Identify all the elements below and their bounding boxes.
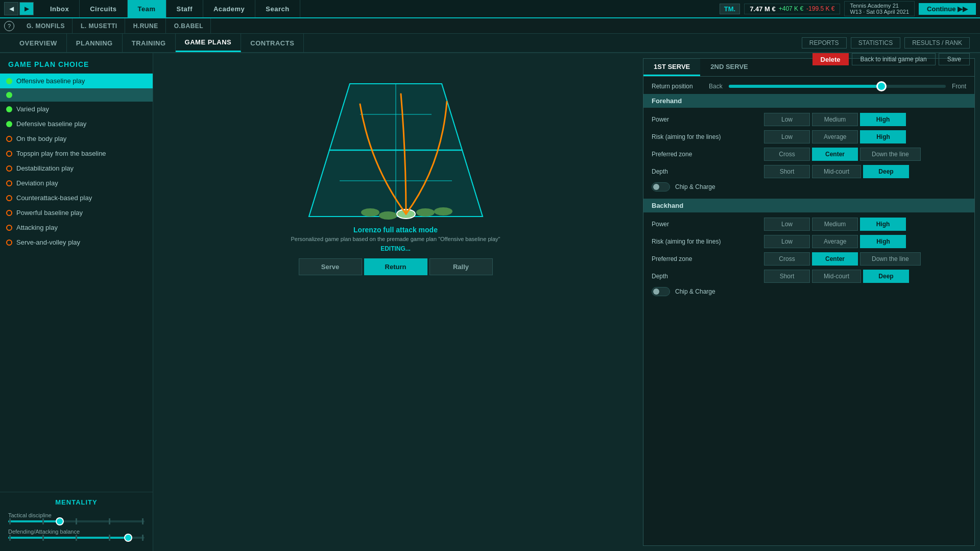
nav-search[interactable]: Search — [255, 0, 300, 17]
top-right-info: TM. 7.47 M € +407 K € -199.5 K € Tennis … — [720, 1, 976, 16]
results-rank-button[interactable]: RESULTS / RANK — [904, 37, 970, 49]
backhand-depth-deep[interactable]: Deep — [863, 270, 909, 283]
forehand-power-medium[interactable]: Medium — [812, 113, 858, 126]
backhand-power-label: Power — [652, 221, 764, 228]
dot-green-defensive — [6, 121, 12, 127]
defending-attacking-track[interactable] — [8, 537, 145, 539]
forward-arrow[interactable]: ▶ — [19, 2, 34, 15]
forehand-risk-low[interactable]: Low — [764, 130, 810, 143]
game-plan-label-serve-volley: Serve-and-volley play — [16, 238, 80, 246]
forehand-zone-down-line[interactable]: Down the line — [860, 148, 921, 161]
game-plan-item-offensive[interactable]: Offensive baseline play — [0, 74, 153, 88]
academy-name: Tennis Academy 21 — [850, 3, 909, 9]
player-tab-monfils[interactable]: G. MONFILS — [19, 18, 73, 33]
forehand-power-row: Power Low Medium High — [652, 113, 966, 126]
forehand-depth-midcourt[interactable]: Mid-court — [812, 165, 861, 178]
backhand-power-medium[interactable]: Medium — [812, 218, 858, 231]
backhand-zone-center[interactable]: Center — [812, 252, 858, 266]
serve-tab-first[interactable]: 1ST SERVE — [643, 59, 700, 76]
player-tab-musetti[interactable]: L. MUSETTI — [74, 18, 125, 33]
serve-tab-second[interactable]: 2ND SERVE — [700, 59, 758, 76]
nav-team[interactable]: Team — [128, 0, 166, 17]
back-arrow[interactable]: ◀ — [4, 2, 18, 15]
right-panel: 1ST SERVE 2ND SERVE Return position Back… — [643, 58, 975, 546]
backhand-power-btns: Low Medium High — [764, 218, 906, 231]
forehand-chip-charge-toggle[interactable] — [652, 182, 670, 191]
player-tab-babel[interactable]: O.BABEL — [167, 18, 211, 33]
sub-nav-contracts[interactable]: CONTRACTS — [241, 34, 304, 52]
reset-button[interactable]: Back to initial game plan — [852, 53, 936, 65]
help-icon[interactable]: ? — [4, 21, 14, 31]
delete-button[interactable]: Delete — [812, 53, 849, 65]
forehand-zone-center[interactable]: Center — [812, 148, 858, 161]
forehand-risk-average[interactable]: Average — [812, 130, 858, 143]
money-pos: +407 K € — [779, 5, 803, 12]
backhand-zone-btns: Cross Center Down the line — [764, 252, 921, 266]
forehand-depth-deep[interactable]: Deep — [863, 165, 909, 178]
forehand-power-low[interactable]: Low — [764, 113, 810, 126]
tactical-discipline-track[interactable] — [8, 520, 145, 522]
serve-mode-button[interactable]: Serve — [299, 258, 362, 275]
return-slider-handle[interactable] — [876, 81, 887, 91]
backhand-depth-short[interactable]: Short — [764, 270, 810, 283]
game-plan-item-counter[interactable]: Counterattack-based play — [0, 190, 153, 205]
forehand-chip-charge-row: Chip & Charge — [652, 182, 966, 191]
backhand-zone-cross[interactable]: Cross — [764, 252, 810, 266]
main-content: GAME PLAN CHOICE Delete Back to initial … — [0, 53, 980, 551]
forehand-zone-cross[interactable]: Cross — [764, 148, 810, 161]
backhand-power-low[interactable]: Low — [764, 218, 810, 231]
game-plan-label-destab: Destabilization play — [16, 164, 74, 172]
forehand-chip-charge-knob — [653, 184, 659, 190]
game-plan-item-attacking[interactable]: Attacking play — [0, 220, 153, 235]
nav-inbox[interactable]: Inbox — [40, 0, 80, 17]
rally-mode-button[interactable]: Rally — [429, 258, 493, 275]
sub-nav-left: OVERVIEW PLANNING TRAINING GAME PLANS CO… — [10, 34, 304, 52]
dot-orange-serve-volley — [6, 239, 12, 246]
game-plan-item-destab[interactable]: Destabilization play — [0, 161, 153, 176]
backhand-zone-down-line[interactable]: Down the line — [860, 252, 921, 266]
forehand-risk-row: Risk (aiming for the lines) Low Average … — [652, 130, 966, 143]
forehand-power-high[interactable]: High — [860, 113, 906, 126]
game-plan-item-defensive[interactable]: Defensive baseline play — [0, 116, 153, 131]
nav-staff[interactable]: Staff — [166, 0, 203, 17]
dot-green-offensive — [6, 78, 12, 84]
game-plan-item-serve-volley[interactable]: Serve-and-volley play — [0, 235, 153, 250]
save-button[interactable]: Save — [939, 53, 970, 65]
forehand-risk-high[interactable]: High — [860, 130, 906, 143]
backhand-chip-charge-toggle[interactable] — [652, 287, 670, 296]
game-plan-item-deviation[interactable]: Deviation play — [0, 176, 153, 190]
sub-nav-planning[interactable]: PLANNING — [67, 34, 123, 52]
forehand-depth-short[interactable]: Short — [764, 165, 810, 178]
dot-orange-attacking — [6, 225, 12, 231]
game-plan-label-topspin: Topspin play from the baseline — [16, 150, 106, 157]
game-plan-item-powerful[interactable]: Powerful baseline play — [0, 205, 153, 220]
tactical-discipline-handle[interactable] — [56, 517, 64, 525]
nav-academy[interactable]: Academy — [203, 0, 255, 17]
return-mode-button[interactable]: Return — [364, 258, 427, 275]
backhand-power-high[interactable]: High — [860, 218, 906, 231]
sub-nav: OVERVIEW PLANNING TRAINING GAME PLANS CO… — [0, 34, 980, 53]
backhand-risk-average[interactable]: Average — [812, 235, 858, 248]
game-plan-item-body[interactable]: On the body play — [0, 131, 153, 146]
mode-buttons: Serve Return Rally — [299, 258, 493, 275]
return-position-slider[interactable] — [729, 85, 946, 88]
court-container — [304, 63, 488, 222]
left-panel: GAME PLAN CHOICE Delete Back to initial … — [0, 53, 153, 551]
reports-button[interactable]: REPORTS — [802, 37, 847, 49]
sub-nav-overview[interactable]: OVERVIEW — [10, 34, 67, 52]
sub-nav-training[interactable]: TRAINING — [123, 34, 176, 52]
game-plan-item-varied[interactable]: Varied play — [0, 102, 153, 116]
backhand-depth-label: Depth — [652, 273, 764, 280]
backhand-depth-midcourt[interactable]: Mid-court — [812, 270, 861, 283]
statistics-button[interactable]: STATISTICS — [851, 37, 901, 49]
sub-nav-gameplans[interactable]: GAME PLANS — [176, 34, 242, 52]
continue-button[interactable]: Continue ▶▶ — [919, 3, 976, 15]
backhand-risk-low[interactable]: Low — [764, 235, 810, 248]
backhand-risk-high[interactable]: High — [860, 235, 906, 248]
game-plan-item-topspin[interactable]: Topspin play from the baseline — [0, 146, 153, 161]
game-plan-item-selected[interactable] — [0, 88, 153, 102]
player-tab-rune[interactable]: H.RUNE — [126, 18, 166, 33]
nav-circuits[interactable]: Circuits — [80, 0, 127, 17]
defending-attacking-handle[interactable] — [124, 534, 132, 542]
mentality-title: MENTALITY — [8, 498, 145, 506]
